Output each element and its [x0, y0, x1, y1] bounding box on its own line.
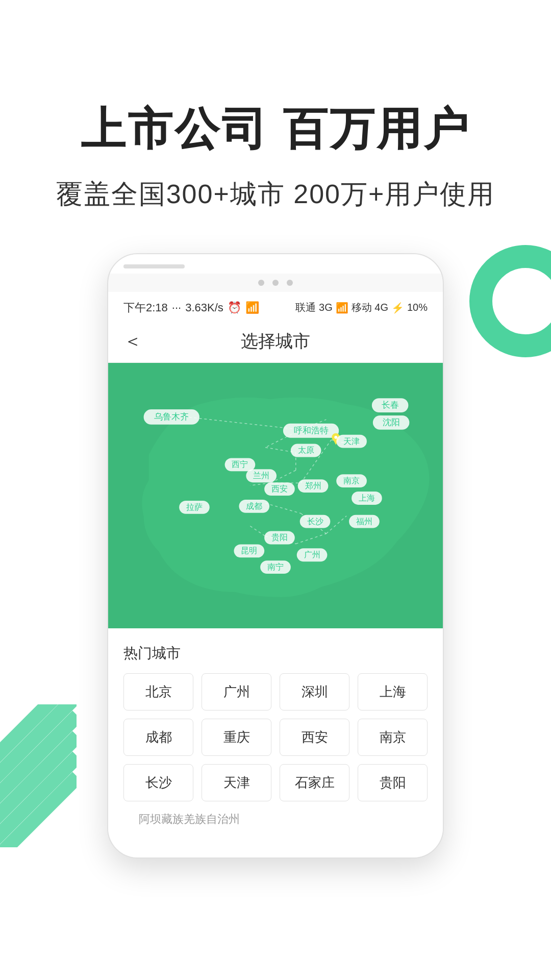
city-item[interactable]: 贵阳 — [358, 764, 428, 801]
page-title: 选择城市 — [241, 330, 310, 353]
city-item[interactable]: 重庆 — [202, 719, 271, 756]
svg-text:呼和浩特: 呼和浩特 — [294, 425, 329, 435]
city-item[interactable]: 西安 — [280, 719, 349, 756]
city-item[interactable]: 石家庄 — [280, 764, 349, 801]
svg-text:太原: 太原 — [298, 446, 314, 454]
hot-cities-title: 热门城市 — [123, 644, 428, 663]
carrier2: 移动 4G — [352, 301, 388, 314]
svg-text:乌鲁木齐: 乌鲁木齐 — [154, 412, 189, 422]
svg-text:天津: 天津 — [343, 436, 360, 445]
svg-text:长沙: 长沙 — [307, 517, 323, 525]
phone-dot-2 — [272, 280, 279, 286]
svg-text:西宁: 西宁 — [232, 460, 248, 469]
svg-point-28 — [334, 435, 337, 438]
svg-text:上海: 上海 — [359, 494, 375, 502]
svg-text:兰州: 兰州 — [253, 471, 269, 480]
alarm-icon: ⏰ — [228, 301, 241, 314]
svg-text:西安: 西安 — [271, 484, 288, 493]
svg-text:郑州: 郑州 — [305, 481, 321, 490]
status-left: 下午2:18 ··· 3.63K/s ⏰ 📶 — [123, 300, 259, 315]
phone-mockup: 下午2:18 ··· 3.63K/s ⏰ 📶 联通 3G 📶 移动 4G ⚡ 1… — [107, 253, 444, 859]
carrier1: 联通 3G — [295, 301, 332, 314]
battery-text: 10% — [407, 302, 428, 313]
phone-dot-3 — [287, 280, 293, 286]
city-item[interactable]: 成都 — [123, 719, 193, 756]
hero-title: 上市公司 百万用户 — [31, 0, 520, 156]
svg-text:拉萨: 拉萨 — [186, 502, 203, 511]
city-item[interactable]: 长沙 — [123, 764, 193, 801]
wifi-icon: 📶 — [245, 301, 259, 314]
status-right: 联通 3G 📶 移动 4G ⚡ 10% — [295, 301, 428, 314]
carrier-signal: 📶 — [336, 302, 348, 314]
lightning-icon: ⚡ — [391, 302, 404, 314]
svg-text:长春: 长春 — [382, 400, 399, 410]
status-bar: 下午2:18 ··· 3.63K/s ⏰ 📶 联通 3G 📶 移动 4G ⚡ 1… — [108, 292, 443, 321]
svg-text:沈阳: 沈阳 — [383, 417, 400, 427]
city-item[interactable]: 深圳 — [280, 673, 349, 710]
status-dots: ··· — [172, 301, 181, 314]
city-item[interactable]: 上海 — [358, 673, 428, 710]
status-time: 下午2:18 — [123, 300, 168, 315]
city-item[interactable]: 广州 — [202, 673, 271, 710]
city-grid: 北京广州深圳上海成都重庆西安南京长沙天津石家庄贵阳 — [123, 673, 428, 801]
svg-text:南京: 南京 — [343, 476, 360, 485]
footer-text: 阿坝藏族羌族自治州 — [123, 801, 428, 842]
status-speed: 3.63K/s — [185, 301, 223, 314]
map-area[interactable]: 乌鲁木齐 长春 沈阳 呼和浩特 天津 — [108, 363, 443, 628]
city-item[interactable]: 北京 — [123, 673, 193, 710]
map-svg: 乌鲁木齐 长春 沈阳 呼和浩特 天津 — [108, 363, 443, 628]
phone-speaker — [123, 264, 185, 268]
phone-dot-1 — [258, 280, 264, 286]
hero-subtitle: 覆盖全国300+城市 200万+用户使用 — [31, 177, 520, 212]
svg-text:贵阳: 贵阳 — [271, 533, 288, 542]
svg-text:福州: 福州 — [356, 517, 372, 525]
phone-mockup-wrapper: 下午2:18 ··· 3.63K/s ⏰ 📶 联通 3G 📶 移动 4G ⚡ 1… — [31, 253, 520, 859]
svg-text:广州: 广州 — [304, 550, 320, 559]
city-list-area: 热门城市 北京广州深圳上海成都重庆西安南京长沙天津石家庄贵阳 阿坝藏族羌族自治州 — [108, 628, 443, 857]
svg-text:成都: 成都 — [246, 501, 262, 510]
city-item[interactable]: 天津 — [202, 764, 271, 801]
nav-bar: ＜ 选择城市 — [108, 321, 443, 363]
phone-top — [108, 254, 443, 274]
svg-text:昆明: 昆明 — [241, 546, 257, 555]
back-button[interactable]: ＜ — [123, 329, 142, 354]
city-item[interactable]: 南京 — [358, 719, 428, 756]
svg-text:南宁: 南宁 — [267, 562, 284, 571]
phone-dots — [108, 274, 443, 292]
